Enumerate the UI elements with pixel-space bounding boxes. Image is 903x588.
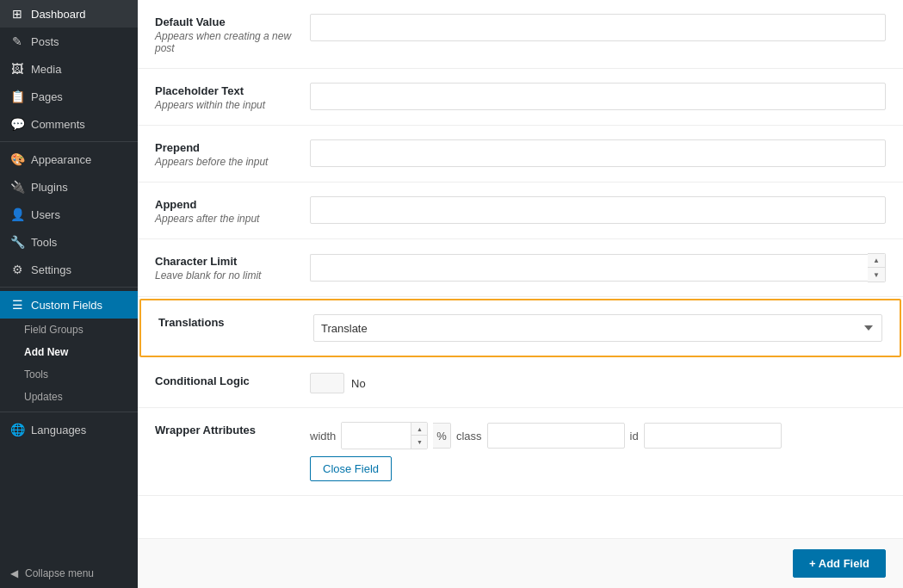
desc-default-value: Appears when creating a new post <box>155 30 310 54</box>
form-label-col-append: Append Appears after the input <box>155 196 310 225</box>
form-label-col-wrapper: Wrapper Attributes <box>155 422 310 436</box>
form-row-placeholder-text: Placeholder Text Appears within the inpu… <box>138 69 903 126</box>
desc-placeholder-text: Appears within the input <box>155 99 310 111</box>
form-row-prepend: Prepend Appears before the input <box>138 126 903 183</box>
sidebar-item-dashboard[interactable]: ⊞ Dashboard <box>0 0 138 28</box>
dashboard-icon: ⊞ <box>10 7 24 21</box>
width-label: width <box>310 430 336 443</box>
form-row-wrapper-attributes: Wrapper Attributes width ▲ ▼ % clas <box>138 408 903 496</box>
add-field-button[interactable]: + Add Field <box>793 549 886 578</box>
collapse-menu-button[interactable]: ◀ Collapse menu <box>0 559 138 588</box>
width-spinner-down[interactable]: ▼ <box>411 436 427 449</box>
sidebar-item-label: Comments <box>31 118 85 131</box>
desc-character-limit: Leave blank for no limit <box>155 269 310 282</box>
class-input[interactable] <box>487 423 625 449</box>
sidebar-item-posts[interactable]: ✎ Posts <box>0 28 138 55</box>
appearance-icon: 🎨 <box>10 152 24 166</box>
label-default-value: Default Value <box>155 15 310 28</box>
sidebar-item-tools-sub[interactable]: Tools <box>0 363 138 386</box>
width-spinner: ▲ ▼ <box>411 423 427 449</box>
spinner-down[interactable]: ▼ <box>868 268 885 282</box>
label-conditional-logic: Conditional Logic <box>155 374 310 387</box>
form-label-col-prepend: Prepend Appears before the input <box>155 139 310 168</box>
control-placeholder-text <box>310 83 886 110</box>
width-input-wrapper: ▲ ▼ <box>341 422 428 449</box>
sidebar-item-media[interactable]: 🖼 Media <box>0 55 138 83</box>
form-label-col-conditional: Conditional Logic <box>155 373 310 387</box>
id-label: id <box>630 430 639 443</box>
form-container: Default Value Appears when creating a ne… <box>138 0 903 538</box>
form-row-conditional-logic: Conditional Logic No <box>138 359 903 408</box>
custom-fields-icon: ☰ <box>10 298 24 312</box>
sidebar-item-label: Custom Fields <box>31 299 102 312</box>
sidebar-item-updates[interactable]: Updates <box>0 386 138 408</box>
form-row-default-value: Default Value Appears when creating a ne… <box>138 0 903 69</box>
control-character-limit: ▲ ▼ <box>310 253 886 282</box>
label-placeholder-text: Placeholder Text <box>155 84 310 97</box>
close-field-button[interactable]: Close Field <box>310 456 392 481</box>
sidebar-item-label: Settings <box>31 263 71 276</box>
sidebar-item-users[interactable]: 👤 Users <box>0 201 138 228</box>
pages-icon: 📋 <box>10 90 24 103</box>
plugins-icon: 🔌 <box>10 180 24 194</box>
input-default-value[interactable] <box>310 14 886 41</box>
wrapper-attrs-container: width ▲ ▼ % class id <box>310 422 886 449</box>
media-icon: 🖼 <box>10 62 24 76</box>
class-label: class <box>456 430 482 443</box>
collapse-icon: ◀ <box>10 567 18 579</box>
control-wrapper-attributes: width ▲ ▼ % class id <box>310 422 886 481</box>
control-translations: Translate Copy Do not translate <box>313 314 882 342</box>
input-character-limit[interactable] <box>310 254 868 282</box>
desc-prepend: Appears before the input <box>155 156 310 168</box>
control-conditional-logic: No <box>310 373 886 393</box>
label-character-limit: Character Limit <box>155 255 310 268</box>
sidebar-item-pages[interactable]: 📋 Pages <box>0 83 138 110</box>
sidebar-item-appearance[interactable]: 🎨 Appearance <box>0 145 138 173</box>
sidebar-item-languages[interactable]: 🌐 Languages <box>0 416 138 443</box>
collapse-label: Collapse menu <box>25 567 94 579</box>
label-prepend: Prepend <box>155 141 310 154</box>
label-append: Append <box>155 198 310 211</box>
users-icon: 👤 <box>10 207 24 221</box>
sidebar-item-label: Plugins <box>31 181 68 194</box>
sidebar-item-label: Dashboard <box>31 8 86 21</box>
id-input[interactable] <box>644 423 782 449</box>
sidebar-item-add-new[interactable]: Add New <box>0 341 138 363</box>
main-content: Default Value Appears when creating a ne… <box>138 0 903 588</box>
footer-bar: + Add Field <box>138 538 903 588</box>
sidebar-item-label: Posts <box>31 35 59 48</box>
spinner-up[interactable]: ▲ <box>868 254 885 268</box>
input-prepend[interactable] <box>310 139 886 167</box>
input-append[interactable] <box>310 196 886 224</box>
sidebar-item-custom-fields[interactable]: ☰ Custom Fields <box>0 291 138 319</box>
label-wrapper-attributes: Wrapper Attributes <box>155 424 310 436</box>
sidebar-item-plugins[interactable]: 🔌 Plugins <box>0 173 138 201</box>
sidebar-item-tools[interactable]: 🔧 Tools <box>0 228 138 256</box>
width-spinner-up[interactable]: ▲ <box>411 423 427 436</box>
form-label-col-placeholder: Placeholder Text Appears within the inpu… <box>155 83 310 111</box>
conditional-logic-toggle[interactable] <box>310 373 344 393</box>
sidebar-item-label: Tools <box>31 236 57 249</box>
sidebar-item-label: Appearance <box>31 153 91 166</box>
conditional-logic-state: No <box>351 377 366 390</box>
input-placeholder-text[interactable] <box>310 83 886 110</box>
posts-icon: ✎ <box>10 34 24 48</box>
settings-icon: ⚙ <box>10 263 24 276</box>
sidebar-item-comments[interactable]: 💬 Comments <box>0 110 138 138</box>
select-translations[interactable]: Translate Copy Do not translate <box>313 314 882 342</box>
label-translations: Translations <box>158 316 313 329</box>
sidebar-item-label: Users <box>31 208 60 221</box>
spinner-buttons: ▲ ▼ <box>868 253 886 282</box>
tools-icon: 🔧 <box>10 235 24 249</box>
sidebar-item-settings[interactable]: ⚙ Settings <box>0 256 138 283</box>
sidebar-item-field-groups[interactable]: Field Groups <box>0 319 138 341</box>
form-label-col-char-limit: Character Limit Leave blank for no limit <box>155 253 310 282</box>
form-row-append: Append Appears after the input <box>138 183 903 239</box>
form-row-character-limit: Character Limit Leave blank for no limit… <box>138 239 903 297</box>
toggle-wrapper: No <box>310 373 886 393</box>
desc-append: Appears after the input <box>155 213 310 225</box>
sidebar: ⊞ Dashboard ✎ Posts 🖼 Media 📋 Pages 💬 Co… <box>0 0 138 588</box>
sidebar-item-label: Pages <box>31 90 63 103</box>
width-input[interactable] <box>342 423 411 449</box>
percent-label: % <box>433 423 451 449</box>
